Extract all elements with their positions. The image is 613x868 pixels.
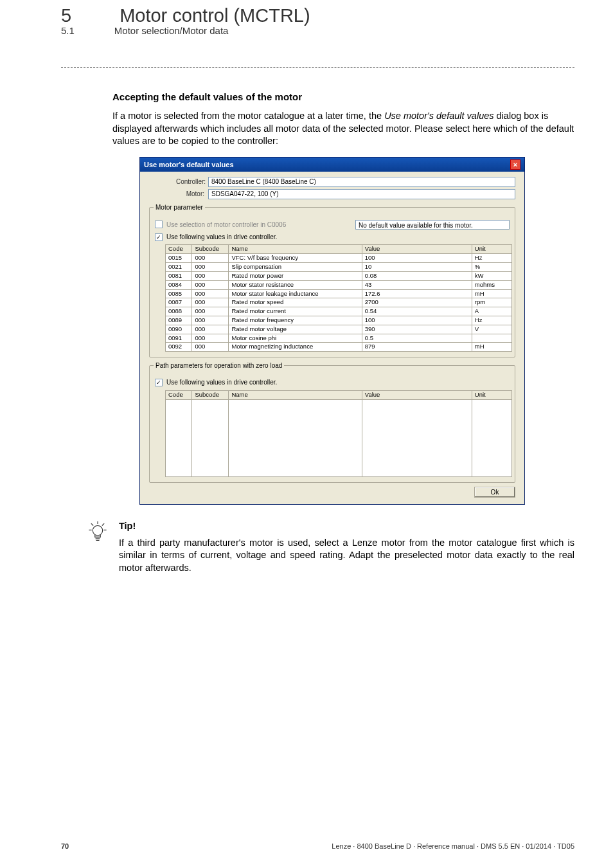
- col-unit: Unit: [472, 245, 511, 254]
- tip-icon: [87, 520, 109, 546]
- subchapter-title: Motor selection/Motor data: [114, 25, 229, 36]
- dialog-title-text: Use motor's default values: [144, 160, 234, 170]
- col-value: Value: [362, 245, 472, 254]
- table-row: [166, 399, 512, 409]
- tip-heading: Tip!: [119, 520, 574, 533]
- table-row: 0088000Rated motor current0.54A: [166, 307, 512, 316]
- section-heading: Accepting the default values of the moto…: [112, 91, 574, 104]
- col-name-2: Name: [229, 390, 362, 399]
- checkbox-motor-in-c0006: [155, 221, 163, 228]
- table-row: 0085000Motor stator leakage inductance17…: [166, 289, 512, 298]
- controller-label: Controller:: [176, 177, 204, 186]
- col-value-2: Value: [362, 390, 472, 399]
- col-name: Name: [229, 245, 362, 254]
- group2-title: Path parameters for operation with zero …: [154, 361, 284, 370]
- dialog-titlebar: Use motor's default values ×: [140, 158, 524, 172]
- close-icon[interactable]: ×: [510, 159, 520, 170]
- table-row: [166, 419, 512, 428]
- table-row: 0091000Motor cosine phi0.5: [166, 334, 512, 343]
- col-subcode: Subcode: [192, 245, 229, 254]
- path-parameters-group: Path parameters for operation with zero …: [149, 365, 515, 482]
- table-row: 0092000Motor magnetizing inductance879mH: [166, 343, 512, 352]
- table-row: [166, 467, 512, 476]
- divider: [61, 67, 574, 68]
- checkbox-use-values-2[interactable]: ✓: [155, 379, 163, 386]
- controller-field[interactable]: 8400 BaseLine C (8400 BaseLine C): [208, 177, 515, 187]
- table-row: 0015000VFC: V/f base frequency100Hz: [166, 254, 512, 263]
- table-row: [166, 438, 512, 448]
- footer-info: Lenze · 8400 BaseLine D · Reference manu…: [332, 842, 574, 850]
- svg-line-1: [91, 523, 93, 525]
- table-row: [166, 457, 512, 467]
- table-row: 0090000Rated motor voltage390V: [166, 325, 512, 334]
- checkbox-use-values-1[interactable]: ✓: [155, 233, 163, 241]
- svg-point-5: [93, 526, 102, 536]
- group1-title: Motor parameter: [154, 203, 205, 212]
- table-row: [166, 448, 512, 457]
- subchapter-number: 5.1: [61, 25, 75, 36]
- path-param-table: Code Subcode Name Value Unit: [165, 390, 512, 477]
- col-subcode-2: Subcode: [192, 390, 229, 399]
- motor-parameter-group: Motor parameter Use selection of motor c…: [149, 207, 515, 357]
- col-code: Code: [166, 245, 192, 254]
- cb-use-label-1: Use following values in drive controller…: [166, 233, 277, 242]
- chapter-number: 5: [61, 5, 71, 26]
- intro-pre: If a motor is selected from the motor ca…: [112, 111, 384, 121]
- motor-label: Motor:: [176, 190, 204, 199]
- table-row: 0089000Rated motor frequency100Hz: [166, 316, 512, 325]
- table-row: 0081000Rated motor power0.08kW: [166, 271, 512, 280]
- table-row: [166, 409, 512, 419]
- motor-param-table: Code Subcode Name Value Unit 0015000VFC:…: [165, 244, 512, 352]
- cb-disabled-label: Use selection of motor controller in C00…: [166, 221, 286, 230]
- page-footer: 70 Lenze · 8400 BaseLine D · Reference m…: [0, 842, 613, 850]
- chapter-title: Motor control (MCTRL): [120, 5, 310, 26]
- tip-text: If a third party manufacturer's motor is…: [119, 537, 574, 575]
- table-row: 0021000Slip compensation10%: [166, 263, 512, 272]
- table-row: [166, 428, 512, 438]
- col-unit-2: Unit: [472, 390, 511, 399]
- motor-field[interactable]: SDSGA047-22, 100 (Y): [208, 189, 515, 199]
- dialog: Use motor's default values × Controller:…: [139, 157, 525, 505]
- cb-use-label-2: Use following values in drive controller…: [166, 378, 277, 387]
- ok-button[interactable]: Ok: [474, 487, 515, 498]
- intro-em: Use motor's default values: [384, 111, 493, 121]
- table-row: 0087000Rated motor speed2700rpm: [166, 298, 512, 307]
- intro-paragraph: If a motor is selected from the motor ca…: [112, 110, 574, 148]
- no-default-msg: No default value available for this moto…: [355, 220, 510, 230]
- page-number: 70: [61, 842, 69, 850]
- svg-line-2: [102, 523, 104, 525]
- col-code-2: Code: [166, 390, 192, 399]
- table-row: 0084000Motor stator resistance43mohms: [166, 280, 512, 289]
